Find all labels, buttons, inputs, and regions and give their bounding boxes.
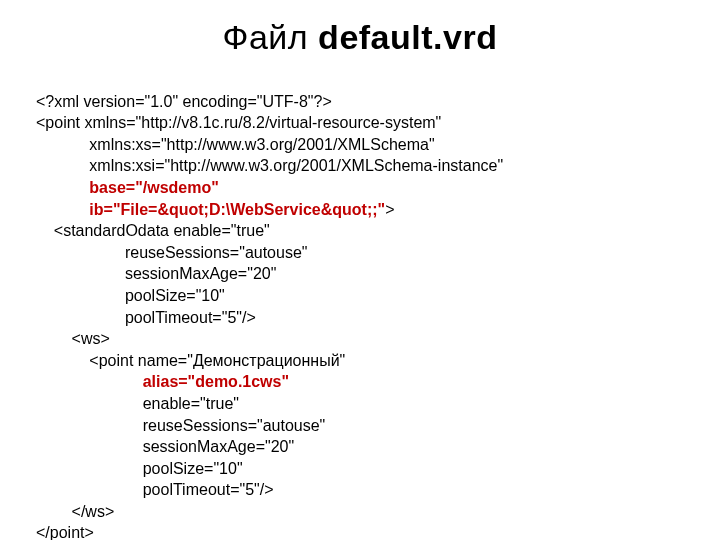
code-line: <?xml version="1.0" encoding="UTF-8"?> [36, 93, 332, 110]
code-line: sessionMaxAge="20" [36, 265, 276, 282]
code-line-highlight-alias: alias="demo.1cws" [36, 373, 289, 390]
code-line: reuseSessions="autouse" [36, 244, 308, 261]
code-line: </ws> [36, 503, 114, 520]
title-prefix: Файл [223, 18, 319, 56]
code-line: <standardOdata enable="true" [36, 222, 270, 239]
page-title: Файл default.vrd [36, 18, 684, 57]
code-line: poolSize="10" [36, 287, 225, 304]
code-line: <point name="Демонстрационный" [36, 352, 345, 369]
code-line: poolTimeout="5"/> [36, 481, 274, 498]
code-line: poolTimeout="5"/> [36, 309, 256, 326]
xml-listing: <?xml version="1.0" encoding="UTF-8"?> <… [36, 69, 684, 540]
code-line: sessionMaxAge="20" [36, 438, 294, 455]
code-line: </point> [36, 524, 94, 540]
code-line-highlight-base: base="/wsdemo" [36, 179, 219, 196]
code-line: <point xmlns="http://v8.1c.ru/8.2/virtua… [36, 114, 441, 131]
code-line: xmlns:xs="http://www.w3.org/2001/XMLSche… [36, 136, 435, 153]
code-line: xmlns:xsi="http://www.w3.org/2001/XMLSch… [36, 157, 503, 174]
slide: Файл default.vrd <?xml version="1.0" enc… [0, 0, 720, 540]
code-line: <ws> [36, 330, 110, 347]
code-line: poolSize="10" [36, 460, 243, 477]
code-line: enable="true" [36, 395, 239, 412]
code-line-highlight-ib: ib="File=&quot;D:\WebService&quot;;" [36, 201, 385, 218]
title-filename: default.vrd [318, 18, 497, 56]
code-line: > [385, 201, 394, 218]
code-line: reuseSessions="autouse" [36, 417, 325, 434]
